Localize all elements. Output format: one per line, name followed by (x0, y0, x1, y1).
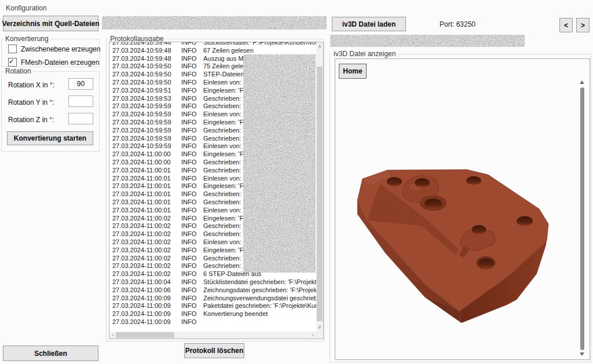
checkbox-fmesh-label: FMesh-Dateien erzeugen (21, 58, 99, 67)
load-iv3d-button[interactable]: iv3D Datei laden (332, 17, 406, 31)
redacted-source-path (102, 16, 327, 30)
source-directory-button[interactable]: Verzeichnis mit Quell-Dateien (3, 16, 98, 31)
rotation-group-label: Rotation (3, 67, 33, 75)
redacted-log-paths (243, 54, 316, 273)
conversion-group-label: Konvertierung (3, 35, 50, 43)
prev-button[interactable]: < (559, 18, 573, 32)
start-conversion-button[interactable]: Konvertierung starten (7, 131, 93, 145)
log-vscroll-thumb[interactable] (317, 67, 323, 321)
log-vscrollbar[interactable]: ∧ ∨ (316, 42, 323, 332)
checkbox-fmesh[interactable] (8, 58, 17, 67)
log-row[interactable]: 27.03.2024-11:00:09INFOZeichnungsverwend… (109, 295, 316, 303)
checkbox-row-zwischenebene[interactable]: Zwischenebene erzeugen (8, 45, 100, 53)
log-scroll-up-icon[interactable]: ∧ (316, 44, 323, 49)
log-row[interactable]: 27.03.2024-11:00:09INFOPaketdatei geschr… (109, 302, 316, 310)
viewer-group-label: iv3D Datei anzeigen (332, 50, 397, 58)
checkbox-zwischenebene[interactable] (8, 45, 17, 53)
rotation-y-label: Rotation Y in °: (8, 98, 54, 106)
rotation-x-input[interactable] (68, 78, 93, 90)
log-scroll-right-icon[interactable]: › (309, 333, 316, 338)
redacted-iv3d-path (330, 35, 525, 47)
log-scrollbar-corner (316, 332, 323, 339)
viewer-scroll-up-icon[interactable] (580, 80, 584, 84)
home-view-button[interactable]: Home (339, 64, 367, 79)
rotation-y-input[interactable] (68, 95, 93, 107)
log-row[interactable]: 27.03.2024-11:00:09INFO (109, 318, 316, 326)
checkbox-zwischenebene-label: Zwischenebene erzeugen (21, 45, 100, 53)
log-row[interactable]: 27.03.2024-11:00:04INFOStücklistendatei … (109, 278, 316, 286)
port-label: Port: 63250 (405, 20, 510, 28)
log-hscroll-thumb[interactable] (116, 332, 174, 338)
rotation-z-label: Rotation Z in °: (8, 116, 54, 124)
log-row[interactable]: 27.03.2024-10:59:46INFOStücklistendatei:… (109, 42, 316, 47)
log-row[interactable]: 27.03.2024-11:00:06INFOZeichnungsdatei g… (109, 286, 316, 295)
log-hscrollbar[interactable]: ‹ › (109, 332, 316, 339)
close-button[interactable]: Schließen (3, 345, 98, 361)
checkbox-row-fmesh[interactable]: FMesh-Dateien erzeugen (8, 58, 99, 67)
log-row[interactable]: 27.03.2024-11:00:09INFOKonvertierung bee… (109, 310, 316, 318)
viewer-scroll-down-icon[interactable] (580, 352, 584, 356)
viewer-vscroll-thumb[interactable] (580, 87, 584, 350)
next-button[interactable]: > (576, 18, 590, 32)
3d-model[interactable] (345, 153, 570, 333)
window-title: Konfiguration (6, 4, 47, 12)
log-row[interactable]: 27.03.2024-10:59:48INFO67 Zeilen gelesen (109, 47, 316, 55)
clear-log-button[interactable]: Protokoll löschen (184, 343, 244, 358)
log-scroll-down-icon[interactable]: ∨ (316, 325, 323, 330)
rotation-x-label: Rotation X in °: (8, 81, 54, 89)
rotation-z-input[interactable] (68, 113, 93, 124)
